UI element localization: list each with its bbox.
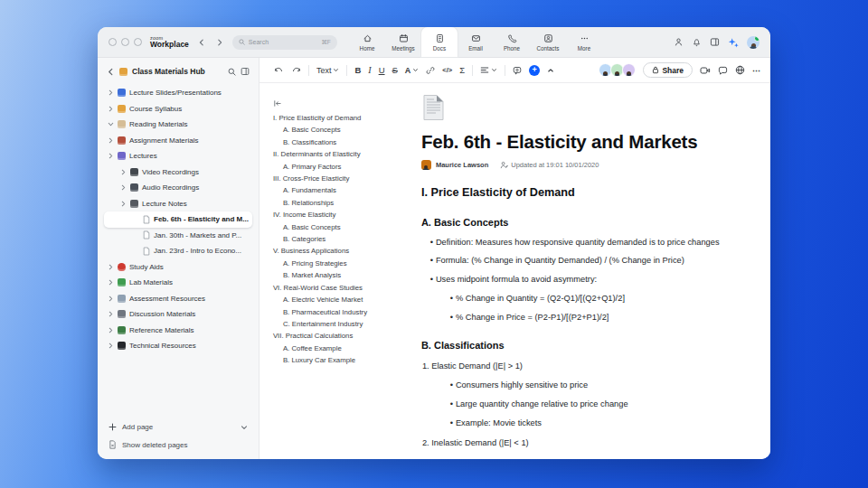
chat-icon[interactable] xyxy=(718,66,728,75)
outline-item[interactable]: A. Coffee Example xyxy=(273,343,409,354)
underline-button[interactable]: U xyxy=(379,65,385,75)
outline-item[interactable]: B. Pharmaceutical Industry xyxy=(273,306,409,318)
redo-icon[interactable] xyxy=(291,66,301,75)
tab-home[interactable]: Home xyxy=(349,27,385,57)
chevron-right-icon[interactable] xyxy=(107,279,114,286)
globe-icon[interactable] xyxy=(735,65,745,75)
minimize-window-icon[interactable] xyxy=(121,38,129,46)
global-search-input[interactable]: Search ⌘F xyxy=(232,35,337,50)
close-window-icon[interactable] xyxy=(108,38,117,46)
comment-icon[interactable] xyxy=(513,66,522,75)
nav-forward-icon[interactable] xyxy=(216,39,223,46)
code-icon[interactable]: </> xyxy=(442,66,452,74)
tree-item[interactable]: Audio Recordings xyxy=(104,180,252,196)
chevron-right-icon[interactable] xyxy=(107,343,114,349)
doc-paragraph[interactable]: •Uses midpoint formula to avoid asymmetr… xyxy=(421,275,732,284)
chevron-right-icon[interactable] xyxy=(107,311,114,317)
tab-phone[interactable]: Phone xyxy=(494,27,530,57)
tree-item[interactable]: Lab Materials xyxy=(104,275,252,291)
bold-button[interactable]: B xyxy=(354,65,361,75)
chevron-right-icon[interactable] xyxy=(107,106,114,112)
tree-item[interactable]: Study Aids xyxy=(104,259,252,276)
doc-paragraph[interactable]: •% Change in Price = (P2-P1)/[(P2+P1)/2] xyxy=(421,313,732,322)
equation-icon[interactable]: Σ xyxy=(459,65,465,75)
tree-item-selected[interactable]: Feb. 6th - Elasticity and M... xyxy=(104,211,252,228)
tab-meetings[interactable]: Meetings xyxy=(385,27,421,57)
outline-item[interactable]: III. Cross-Price Elasticity xyxy=(273,173,409,184)
doc-paragraph[interactable]: 2. Inelastic Demand (|E| < 1) xyxy=(421,438,732,447)
tree-item[interactable]: Lectures xyxy=(104,148,252,164)
chevron-right-icon[interactable] xyxy=(119,169,127,175)
collapse-toolbar-icon[interactable] xyxy=(547,67,554,74)
doc-paragraph[interactable]: •% Change in Quantity = (Q2-Q1)/[(Q2+Q1)… xyxy=(421,294,732,303)
window-controls[interactable] xyxy=(98,38,142,46)
outline-item[interactable]: A. Basic Concepts xyxy=(273,124,409,136)
chevron-right-icon[interactable] xyxy=(107,264,114,270)
nav-back-icon[interactable] xyxy=(198,39,205,46)
tree-item[interactable]: Discussion Materials xyxy=(104,306,252,323)
outline-item[interactable]: C. Entertainment Industry xyxy=(273,318,409,330)
outline-item[interactable]: B. Luxury Car Example xyxy=(273,354,409,366)
notifications-bell-icon[interactable] xyxy=(692,37,702,47)
user-avatar[interactable] xyxy=(747,36,760,49)
outline-item[interactable]: I. Price Elasticity of Demand xyxy=(273,112,409,124)
chevron-right-icon[interactable] xyxy=(107,153,114,159)
tree-item[interactable]: Lecture Notes xyxy=(104,196,252,212)
tree-item[interactable]: Jan. 23rd - Intro to Econo... xyxy=(104,243,252,259)
tab-more[interactable]: More xyxy=(566,27,602,57)
add-page-button[interactable]: Add page xyxy=(108,423,248,431)
outline-item[interactable]: A. Basic Concepts xyxy=(273,221,409,233)
outline-item[interactable]: A. Fundamentals xyxy=(273,184,409,196)
tree-item[interactable]: Jan. 30th - Markets and P... xyxy=(104,228,252,244)
doc-paragraph[interactable]: •Consumers highly sensitive to price xyxy=(421,380,732,389)
document-title[interactable]: Feb. 6th - Elasticity and Markets xyxy=(421,131,732,153)
chevron-down-icon[interactable] xyxy=(107,121,114,127)
collaborator-avatars[interactable] xyxy=(599,63,636,77)
chevron-right-icon[interactable] xyxy=(107,89,114,96)
profile-icon[interactable] xyxy=(674,37,684,47)
strikethrough-button[interactable]: S xyxy=(392,65,398,75)
side-panel-icon[interactable] xyxy=(710,37,720,47)
tab-docs[interactable]: Docs xyxy=(421,27,458,57)
chevron-right-icon[interactable] xyxy=(119,201,127,207)
doc-paragraph[interactable]: •Large quantity change relative to price… xyxy=(421,399,732,408)
more-options-icon[interactable]: ⋯ xyxy=(752,66,761,75)
doc-paragraph[interactable]: •Example: Movie tickets xyxy=(421,418,732,427)
undo-icon[interactable] xyxy=(274,66,284,75)
outline-item[interactable]: B. Categories xyxy=(273,233,409,245)
italic-button[interactable]: I xyxy=(368,65,371,75)
chevron-down-icon[interactable] xyxy=(241,424,248,431)
maximize-window-icon[interactable] xyxy=(134,38,142,46)
tree-item[interactable]: Assessment Resources xyxy=(104,291,252,307)
chevron-right-icon[interactable] xyxy=(107,296,114,302)
outline-item[interactable]: II. Determinants of Elasticity xyxy=(273,148,409,160)
doc-heading[interactable]: A. Basic Concepts xyxy=(421,217,732,228)
text-color-dropdown[interactable]: A xyxy=(405,66,420,75)
doc-heading[interactable]: I. Price Elasticity of Demand xyxy=(421,186,732,199)
chevron-right-icon[interactable] xyxy=(119,184,127,191)
outline-item[interactable]: B. Relationships xyxy=(273,197,409,209)
tree-item[interactable]: Reference Materials xyxy=(104,323,252,339)
sidebar-panel-icon[interactable] xyxy=(241,67,250,76)
video-call-icon[interactable] xyxy=(700,66,711,75)
doc-heading[interactable]: B. Classifications xyxy=(421,340,732,351)
outline-item[interactable]: VII. Practical Calculations xyxy=(273,330,409,342)
ai-companion-icon[interactable] xyxy=(728,37,739,48)
outline-item[interactable]: VI. Real-World Case Studies xyxy=(273,282,409,294)
doc-paragraph[interactable]: 1. Elastic Demand (|E| > 1) xyxy=(421,361,732,371)
outline-item[interactable]: B. Classifications xyxy=(273,136,409,148)
doc-paragraph[interactable]: •Formula: (% Change in Quantity Demanded… xyxy=(421,256,732,265)
list-format-dropdown[interactable] xyxy=(480,66,497,74)
insert-block-button[interactable]: + xyxy=(529,65,540,76)
chevron-right-icon[interactable] xyxy=(107,137,114,144)
tab-email[interactable]: Email xyxy=(458,27,494,57)
doc-paragraph[interactable]: •Definition: Measures how responsive qua… xyxy=(421,238,732,247)
tab-contacts[interactable]: Contacts xyxy=(530,27,566,57)
collapse-outline-icon[interactable] xyxy=(273,99,281,108)
show-deleted-pages-button[interactable]: Show deleted pages xyxy=(108,440,248,449)
outline-item[interactable]: A. Electric Vehicle Market xyxy=(273,294,409,305)
outline-item[interactable]: IV. Income Elasticity xyxy=(273,209,409,221)
document-content[interactable]: Feb. 6th - Elasticity and Markets Mauric… xyxy=(412,83,770,459)
tree-item[interactable]: Reading Materials xyxy=(104,117,252,133)
sidebar-back-icon[interactable] xyxy=(107,68,115,76)
